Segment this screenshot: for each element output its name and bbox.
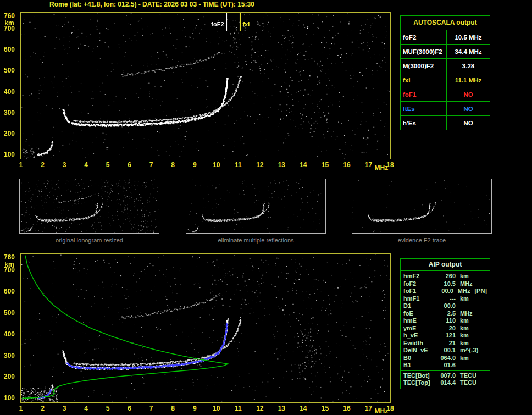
autoscala-param-value: NO — [447, 116, 490, 130]
y-tick-label: 500 — [1, 67, 18, 74]
aip-row-h_vE: h_vE121km — [401, 332, 490, 340]
aip-unit: km — [460, 273, 469, 280]
x-axis-unit: MHz — [374, 407, 388, 415]
x-tick-label: 14 — [297, 405, 310, 412]
autoscala-row-fxl: fxl11.1 MHz — [401, 73, 490, 87]
aip-unit: TECU — [460, 379, 476, 387]
autoscala-param-name: M(3000)F2 — [401, 59, 447, 73]
x-tick-label: 10 — [210, 161, 223, 169]
thumbnail-caption-evidence: evidence F2 trace — [352, 237, 492, 244]
aip-value: 00.1 — [435, 347, 456, 355]
y-tick-label: 500 — [1, 309, 18, 317]
autoscala-param-name: fxl — [401, 73, 447, 87]
aip-unit: km — [460, 355, 469, 362]
x-tick-label: 13 — [275, 405, 288, 412]
x-tick-label: 17 — [362, 161, 375, 169]
aip-value: 10.5 — [435, 280, 456, 288]
autoscala-param-name: h'Es — [401, 116, 447, 130]
x-tick-label: 15 — [318, 161, 331, 169]
x-tick-label: 11 — [231, 405, 245, 412]
aip-name: h_vE — [403, 332, 435, 340]
x-tick-label: 12 — [253, 161, 267, 169]
aip-row-foF2: foF210.5MHz — [401, 280, 490, 288]
aip-value: 260 — [435, 273, 456, 280]
x-tick-label: 10 — [210, 405, 223, 412]
aip-value: 01.6 — [435, 362, 456, 369]
x-tick-label: 4 — [80, 161, 93, 169]
x-tick-label: 5 — [101, 405, 114, 412]
x-tick-label: 14 — [297, 161, 310, 169]
x-tick-label: 17 — [362, 405, 375, 412]
aip-row-ymE: ymE20km — [401, 325, 490, 333]
aip-unit: TECU — [460, 372, 476, 380]
y-tick-label: 100 — [1, 394, 18, 402]
marker-label-fxl: fxl — [242, 21, 250, 27]
aip-row-TEC[Top]: TEC[Top]014.4TECU — [401, 379, 490, 387]
autoscala-param-name: foF2 — [401, 30, 447, 44]
aip-name: B0 — [403, 355, 435, 362]
y-axis-unit: km — [1, 261, 18, 268]
y-tick-label: 600 — [1, 46, 18, 53]
aip-name: hmE — [403, 317, 435, 325]
y-tick-label: 300 — [1, 109, 18, 117]
aip-name: foF1 — [403, 287, 433, 295]
aip-name: D1 — [403, 302, 435, 310]
aip-extra: [PN] — [474, 287, 487, 295]
aip-unit: km — [460, 325, 469, 333]
autoscala-row-ftEs: ftEsNO — [401, 102, 490, 116]
thumbnail-evidence-f2-canvas — [352, 179, 491, 233]
aip-value: 121 — [435, 332, 456, 340]
autoscala-param-value: 34.4 MHz — [447, 45, 490, 58]
aip-name: B1 — [403, 362, 435, 369]
x-tick-label: 5 — [101, 161, 114, 169]
x-tick-label: 11 — [231, 161, 245, 169]
aip-row-hmF1: hmF1---km — [401, 295, 490, 303]
profile-ionogram-canvas — [21, 254, 390, 402]
aip-value: 007.0 — [435, 372, 456, 380]
aip-row-DelN_vE: DelN_vE00.1m^(-3) — [401, 347, 490, 355]
aip-name: foF2 — [403, 280, 435, 288]
autoscala-param-value: 10.5 MHz — [447, 30, 490, 44]
aip-unit: MHz — [460, 310, 473, 318]
y-tick-label: 600 — [1, 287, 18, 295]
x-tick-label: 6 — [123, 405, 136, 412]
aip-name: hmF2 — [403, 273, 435, 280]
aip-value: --- — [435, 295, 456, 303]
aip-row-hmF2: hmF2260km — [401, 273, 490, 280]
x-tick-label: 2 — [36, 161, 49, 169]
aip-unit: m^(-3) — [460, 347, 478, 355]
autoscala-param-value: NO — [447, 102, 490, 115]
x-tick-label: 3 — [58, 161, 71, 169]
aip-name: TEC[Top] — [403, 379, 435, 387]
thumbnail-eliminate-reflections — [186, 179, 326, 234]
autoscala-output-header: AUTOSCALA output — [401, 16, 490, 30]
autoscala-param-value: 3.28 — [447, 59, 490, 73]
aip-value: 20 — [435, 325, 456, 333]
aip-name: foE — [403, 310, 435, 318]
aip-value: 014.4 — [435, 379, 456, 387]
aip-value: 064.0 — [435, 355, 456, 362]
thumbnail-original-ionogram — [19, 179, 159, 234]
autoscala-row-foF1: foF1NO — [401, 87, 490, 102]
aip-value: 00.0 — [435, 302, 456, 310]
thumbnail-caption-eliminate: eliminate multiple reflections — [186, 237, 326, 244]
autoscala-param-name: ftEs — [401, 102, 447, 115]
aip-row-B1: B101.6 — [401, 362, 490, 369]
aip-value: 21 — [435, 340, 456, 347]
y-tick-label: 200 — [1, 373, 18, 380]
aip-unit: km — [460, 340, 469, 347]
x-tick-label: 8 — [167, 405, 180, 412]
aip-row-Ewidth: Ewidth21km — [401, 340, 490, 347]
y-tick-label: 400 — [1, 88, 18, 96]
autoscala-row-M(3000)F2: M(3000)F23.28 — [401, 59, 490, 73]
aip-row-foE: foE2.5MHz — [401, 310, 490, 318]
autoscala-param-value: 11.1 MHz — [447, 73, 490, 87]
y-tick-label: 200 — [1, 130, 18, 137]
x-tick-label: 16 — [340, 405, 353, 412]
x-tick-label: 7 — [145, 405, 158, 412]
aip-row-D1: D100.0 — [401, 302, 490, 310]
x-tick-label: 3 — [58, 405, 71, 412]
x-tick-label: 6 — [123, 161, 136, 169]
page-title: Rome (lat: +41.8, lon: 012.5) - DATE: 20… — [49, 1, 254, 8]
x-tick-label: 4 — [80, 405, 93, 412]
